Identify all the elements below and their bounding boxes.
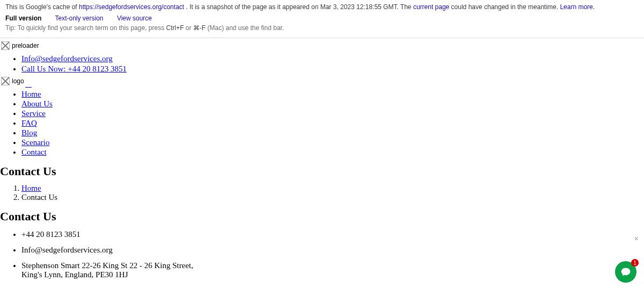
cache-tip-text: Tip: To quickly find your search term on…: [5, 23, 639, 33]
contact-email: Info@sedgefordservices.org: [21, 246, 215, 255]
cache-text-only-link[interactable]: Text-only version: [55, 15, 103, 22]
cache-learn-more-link[interactable]: Learn more.: [560, 3, 595, 11]
contact-address: Stephenson Smart 22-26 King St 22 - 26 K…: [21, 261, 215, 279]
cache-snapshot-info: This is Google's cache of https://sedgef…: [5, 2, 639, 12]
chat-icon: [620, 267, 631, 277]
nav-item-faq: FAQ: [21, 119, 644, 128]
top-phone-link[interactable]: Call Us Now: +44 20 8123 3851: [21, 64, 127, 73]
cache-snapshot-mid: . It is a snapshot of the page as it app…: [186, 3, 413, 11]
breadcrumb-home: Home: [21, 184, 644, 193]
broken-image-icon: [1, 41, 10, 50]
breadcrumb-current: Contact Us: [21, 193, 644, 202]
contact-phone: +44 20 8123 3851: [21, 230, 215, 239]
top-contact-list: Info@sedgefordservices.org Call Us Now: …: [0, 54, 644, 74]
cache-current-page-link[interactable]: current page: [413, 3, 449, 11]
top-email-link[interactable]: Info@sedgefordservices.org: [21, 54, 113, 63]
nav-item-service: Service: [21, 109, 644, 118]
list-item: Call Us Now: +44 20 8123 3851: [21, 64, 644, 74]
page-title: Contact Us: [0, 164, 644, 178]
contact-details-list: +44 20 8123 3851 Info@sedgefordservices.…: [0, 230, 644, 279]
nav-item-contact: Contact: [21, 148, 644, 157]
nav-item-about: About Us: [21, 99, 644, 109]
cache-full-version-link[interactable]: Full version: [5, 15, 41, 22]
chat-widget-button[interactable]: 1: [615, 261, 636, 283]
broken-image-icon: [1, 77, 10, 85]
cache-original-url-link[interactable]: https://sedgefordservices.org/contact: [79, 3, 184, 11]
contact-form-heading: Contact Form: [0, 286, 644, 288]
cache-version-links: Full version Text-only version View sour…: [5, 15, 639, 22]
cache-snapshot-suffix: could have changed in the meantime.: [451, 3, 560, 11]
chat-badge: 1: [631, 259, 639, 267]
chat-close-icon[interactable]: ×: [634, 234, 639, 243]
breadcrumb: Home Contact Us: [0, 184, 644, 202]
nav-item-scenario: Scenario: [21, 138, 644, 147]
main-navigation: Home About Us Service FAQ Blog Scenario …: [0, 90, 644, 157]
preloader-broken-image: preloader: [1, 41, 644, 52]
section-title: Contact Us: [0, 210, 644, 224]
logo-link[interactable]: logo: [1, 77, 644, 88]
cache-view-source-link[interactable]: View source: [117, 15, 152, 22]
list-item: Info@sedgefordservices.org: [21, 54, 644, 63]
cache-intro-text: This is Google's cache of: [5, 3, 79, 11]
nav-item-home: Home: [21, 90, 644, 99]
google-cache-banner: This is Google's cache of https://sedgef…: [0, 0, 644, 38]
nav-item-blog: Blog: [21, 128, 644, 138]
